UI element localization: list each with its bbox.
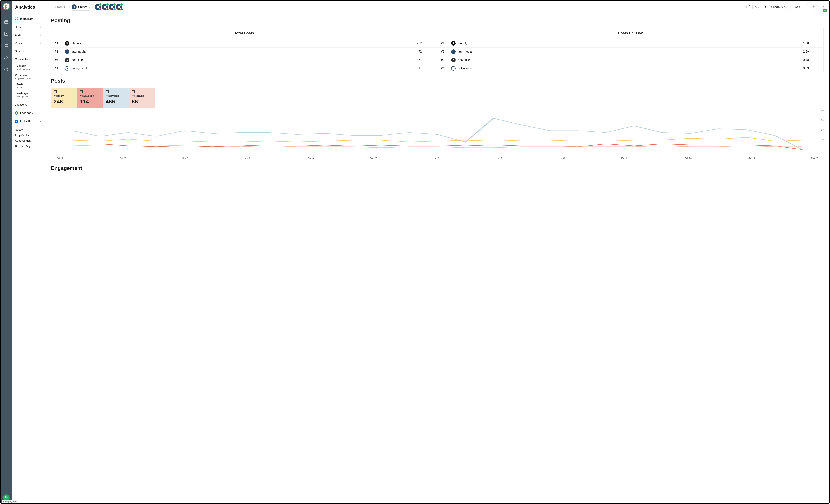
x-tick: Oct 11 [57, 157, 63, 160]
series-toggle-card[interactable]: ✓@latermedia466 [103, 88, 129, 108]
calendar-icon[interactable] [4, 20, 8, 24]
svg-point-7 [17, 18, 18, 18]
social-account-facebook[interactable]: p [101, 3, 108, 10]
linkedin-icon: in [15, 120, 18, 123]
metric-value: 252 [417, 42, 434, 45]
competitor-name: latermedia [71, 50, 86, 53]
series-total: 114 [79, 98, 100, 105]
series-toggle-card[interactable]: ✓@planoly248 [51, 88, 77, 108]
app-logo[interactable]: p [3, 3, 10, 10]
footer-link-support[interactable]: Support [15, 128, 42, 131]
competitor-name: planoly [458, 42, 467, 45]
competitor-avatar: h [65, 58, 69, 62]
metric-value: 87 [417, 58, 434, 62]
competitor-avatar: p [65, 66, 69, 71]
sidebar-subitem-manage[interactable]: ManageAdd, remove [15, 63, 45, 72]
social-account-twitter[interactable]: p [108, 3, 116, 10]
sidebar-subitem-posts[interactable]: PostsAll media [15, 81, 45, 90]
x-tick: Oct 25 [119, 157, 126, 160]
chevron-down-icon: ⌄ [40, 58, 42, 60]
y-tick: 0 [821, 148, 824, 150]
posts-per-day-table: Posts Per Day #1Pplanoly1.38#2Llatermedi… [437, 27, 824, 72]
series-toggle-card[interactable]: ✓@pallyysocial114 [77, 88, 103, 108]
metric-value: 114 [417, 67, 434, 70]
x-tick: Jan 17 [495, 157, 502, 160]
account-selector[interactable]: p Pallyy ⌄ [69, 3, 92, 10]
granularity-selector[interactable]: Week⌄ [792, 3, 808, 10]
sidebar-item-locations[interactable]: Locations⌄ [12, 101, 45, 108]
sidebar-item-posts[interactable]: Posts⌄ [12, 39, 45, 47]
x-tick: Mar 28 [811, 157, 818, 160]
svg-rect-0 [5, 21, 8, 24]
posts-heading: Posts [51, 78, 824, 84]
x-tick: Feb 28 [684, 157, 692, 160]
table-row: #4ppallyysocial0.63 [437, 64, 824, 72]
platform-linkedin[interactable]: inLinkedIn ⌄ [12, 117, 45, 125]
series-handle: @planoly [54, 94, 74, 97]
platform-facebook[interactable]: fFacebook ⌄ [12, 109, 45, 117]
sidebar-item-stories[interactable]: Stories⌄ [12, 47, 45, 55]
posts-chart: 403020100 [51, 109, 824, 156]
x-tick: Dec 6 [308, 157, 314, 160]
instagram-icon [99, 8, 102, 11]
chevron-down-icon: ⌄ [40, 103, 42, 106]
x-tick: Jan 3 [434, 157, 439, 160]
series-toggle-card[interactable]: ✓@hootsuite86 [129, 88, 155, 108]
competitor-name: planoly [71, 42, 81, 45]
chevron-down-icon: ⌄ [40, 34, 42, 36]
checkbox-icon: ✓ [132, 90, 135, 93]
messages-icon[interactable] [4, 43, 8, 48]
sidebar-item-audience[interactable]: Audience⌄ [12, 31, 45, 39]
footer-link-suggest-idea[interactable]: Suggest Idea [15, 139, 42, 142]
x-tick: Dec 20 [370, 157, 377, 160]
table-row: #4ppallyysocial114 [51, 64, 437, 72]
checkbox-icon: ✓ [54, 90, 57, 93]
social-account-linkedin[interactable]: p [116, 3, 123, 10]
checkbox-icon: ✓ [79, 90, 83, 93]
competitor-avatar: P [65, 41, 69, 45]
chevron-down-icon: ⌄ [88, 6, 90, 8]
rank: #4 [441, 67, 451, 70]
competitor-avatar: L [65, 50, 69, 54]
chevron-down-icon: ⌄ [40, 50, 42, 53]
explore-icon[interactable] [4, 67, 8, 72]
sidebar-subitem-hashtags[interactable]: HashtagsMost popular [15, 90, 45, 99]
footer-link-help-center[interactable]: Help Center [15, 134, 42, 137]
link-icon[interactable] [4, 55, 8, 60]
x-tick: Nov 22 [245, 157, 252, 160]
menu-toggle-icon[interactable] [48, 5, 53, 9]
competitor-name: pallyysocial [458, 67, 473, 70]
status-bar-url: https://pallyy.com [2, 501, 18, 503]
quick-actions-icon[interactable] [810, 3, 817, 10]
rank: #2 [441, 50, 451, 53]
y-tick: 30 [821, 119, 824, 122]
platform-instagram[interactable]: Instagram ⌄ [12, 14, 45, 23]
competitor-avatar: P [451, 41, 456, 45]
sidebar-item-home[interactable]: Home⌄ [12, 23, 45, 31]
social-account-instagram[interactable]: p [94, 3, 101, 10]
svg-point-4 [5, 496, 6, 498]
competitor-name: hootsuite [458, 58, 470, 62]
ranking-tables: Total Posts #1Pplanoly252#2Llatermedia47… [51, 27, 824, 73]
sidebar-subitem-overview[interactable]: OverviewEng rate, growth [13, 72, 45, 81]
main: VIEWING › p Pallyy ⌄ pppp Oct 1, 2021 - … [45, 1, 829, 503]
user-avatar[interactable] [3, 494, 10, 501]
rank: #3 [441, 58, 451, 62]
chart-line-planoly [72, 137, 802, 142]
sidebar-item-competitors[interactable]: Competitors⌄ [12, 55, 45, 63]
table-row: #1Pplanoly252 [51, 39, 437, 48]
content: Posting Total Posts #1Pplanoly252#2Llate… [45, 13, 829, 503]
competitor-avatar: h [451, 58, 456, 62]
refresh-icon[interactable] [746, 5, 750, 9]
svg-point-2 [5, 68, 8, 71]
notifications-icon[interactable]: 50+ [820, 3, 826, 10]
linkedin-icon [120, 8, 123, 11]
date-range-picker[interactable]: Oct 1, 2021 - Mar 31, 2022 [753, 3, 789, 10]
analytics-icon[interactable] [4, 32, 8, 36]
competitor-avatar: L [451, 50, 456, 54]
table-header: Posts Per Day [437, 27, 824, 39]
footer-link-report-a-bug[interactable]: Report a Bug [15, 145, 42, 148]
verified-badge-icon [99, 3, 102, 6]
topbar: VIEWING › p Pallyy ⌄ pppp Oct 1, 2021 - … [45, 1, 829, 13]
series-total: 86 [132, 98, 153, 105]
